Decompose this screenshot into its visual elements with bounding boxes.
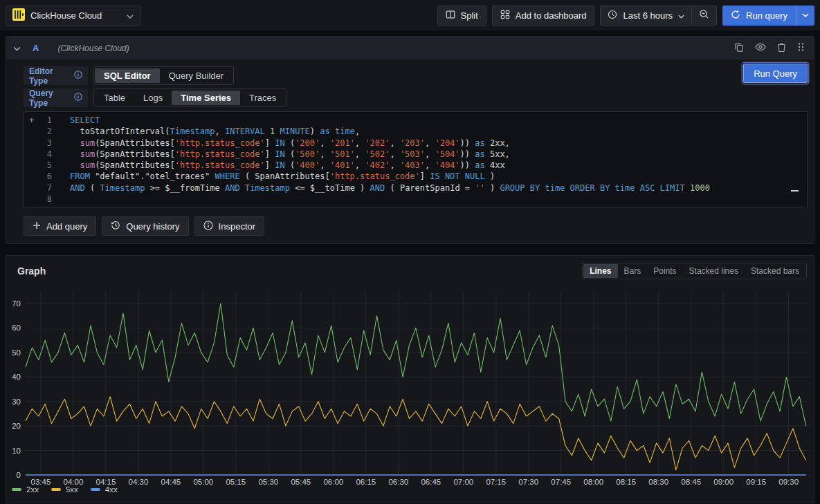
query-history-button[interactable]: Query history [102, 216, 188, 236]
query-row-header[interactable]: A (ClickHouse Cloud) [6, 37, 814, 59]
y-axis-tick-label: 30 [12, 398, 21, 406]
add-line-plus-icon[interactable]: + [24, 115, 37, 126]
query-type-toggle: TableLogsTime SeriesTraces [93, 88, 286, 107]
query-type-option-logs[interactable]: Logs [134, 91, 172, 105]
sql-editor[interactable]: +1SELECT 2 toStartOfInterval(Timestamp, … [24, 111, 808, 207]
x-axis-tick-label: 05:45 [291, 478, 311, 486]
query-type-label: Query Type [24, 88, 88, 107]
chevron-down-icon [127, 10, 134, 21]
y-axis-tick-label: 50 [12, 348, 21, 357]
inspector-button[interactable]: Inspector [194, 216, 264, 236]
graph-mode-bars[interactable]: Bars [618, 264, 648, 278]
clock-icon [608, 10, 617, 21]
info-circle-icon [203, 221, 213, 232]
time-series-chart[interactable]: 03:4504:0004:1504:3004:4505:0005:1505:30… [10, 280, 814, 489]
x-axis-tick-label: 04:45 [161, 478, 181, 486]
hide-response-eye-icon[interactable] [755, 43, 766, 53]
zoom-out-button[interactable] [692, 6, 716, 25]
graph-panel: Graph LinesBarsPointsStacked linesStacke… [6, 255, 814, 503]
x-axis-tick-label: 05:00 [193, 478, 213, 486]
datasource-name: ClickHouse Cloud [30, 10, 121, 21]
time-range-button[interactable]: Last 6 hours [601, 6, 691, 25]
x-axis-tick-label: 08:15 [616, 478, 636, 486]
x-axis-tick-label: 07:15 [486, 478, 506, 486]
query-datasource-hint: (ClickHouse Cloud) [57, 44, 129, 53]
line-number: 5 [37, 160, 52, 171]
x-axis-tick-label: 08:30 [648, 478, 668, 486]
x-axis-tick-label: 07:30 [518, 478, 538, 486]
info-circle-icon[interactable] [74, 93, 82, 103]
add-to-dashboard-button[interactable]: Add to dashboard [492, 6, 595, 26]
sql-line: 3 sum(SpanAttributes['http.status_code']… [24, 138, 807, 149]
legend-item-4xx[interactable]: 4xx [91, 485, 118, 494]
line-number: 3 [37, 138, 52, 149]
graph-mode-stacked-bars[interactable]: Stacked bars [745, 264, 805, 278]
y-axis-tick-label: 70 [12, 299, 21, 308]
query-type-option-table[interactable]: Table [95, 91, 134, 105]
graph-mode-lines[interactable]: Lines [583, 264, 617, 278]
editor-type-option-sql-editor[interactable]: SQL Editor [95, 68, 160, 83]
history-icon [111, 221, 120, 232]
collapse-chevron-icon[interactable] [13, 43, 21, 53]
magnifier-minus-icon [699, 9, 709, 21]
line-number: 1 [37, 115, 52, 126]
y-axis-tick-label: 10 [12, 447, 21, 455]
sql-line: 5 sum(SpanAttributes['http.status_code']… [24, 160, 807, 171]
info-circle-icon[interactable] [74, 71, 82, 81]
split-panes-icon [446, 10, 455, 21]
graph-mode-points[interactable]: Points [647, 264, 682, 278]
plus-icon [33, 221, 41, 232]
editor-type-toggle: SQL EditorQuery Builder [93, 66, 234, 85]
time-picker-group: Last 6 hours [600, 6, 717, 26]
x-axis-tick-label: 08:00 [583, 478, 603, 486]
sql-line: 2 toStartOfInterval(Timestamp, INTERVAL … [24, 126, 807, 137]
drag-handle-icon[interactable] [797, 42, 804, 54]
x-axis-tick-label: 09:15 [746, 478, 766, 486]
sync-icon [731, 10, 740, 21]
line-number: 7 [37, 183, 52, 194]
query-type-option-time-series[interactable]: Time Series [172, 91, 240, 105]
add-query-button[interactable]: Add query [24, 216, 96, 236]
legend-swatch [51, 488, 61, 491]
x-axis-tick-label: 06:30 [388, 478, 408, 486]
line-number: 2 [37, 126, 52, 137]
legend-swatch [12, 488, 21, 491]
legend-label: 2xx [26, 485, 39, 494]
legend-swatch [91, 488, 100, 491]
run-query-dropdown-caret[interactable] [796, 6, 814, 26]
legend-item-5xx[interactable]: 5xx [51, 485, 78, 494]
y-axis-tick-label: 20 [12, 422, 21, 430]
x-axis-tick-label: 05:15 [226, 478, 246, 486]
sql-line: 8 [24, 194, 807, 205]
query-editor-panel: A (ClickHouse Cloud) Editor Type [6, 36, 814, 244]
sql-line: +1SELECT [24, 115, 807, 126]
remove-query-trash-icon[interactable] [777, 42, 786, 54]
clickhouse-logo-icon [12, 8, 25, 23]
line-number: 8 [37, 194, 52, 205]
sql-line: 6FROM "default"."otel_traces" WHERE ( Sp… [24, 171, 807, 182]
copy-query-icon[interactable] [734, 42, 744, 54]
toolbar-actions: Split Add to dashboard Last 6 hours [437, 6, 814, 26]
query-type-option-traces[interactable]: Traces [240, 91, 285, 105]
legend-item-2xx[interactable]: 2xx [12, 485, 39, 494]
x-axis-tick-label: 07:45 [551, 478, 571, 486]
x-axis-tick-label: 06:00 [323, 478, 343, 486]
graph-panel-title: Graph [17, 265, 46, 277]
x-axis-tick-label: 06:15 [356, 478, 376, 486]
query-ref-id: A [33, 43, 39, 53]
editor-type-option-query-builder[interactable]: Query Builder [160, 68, 233, 83]
y-axis-tick-label: 40 [12, 373, 21, 381]
cursor-indicator [791, 190, 799, 192]
run-query-button[interactable]: Run query [722, 6, 796, 26]
datasource-picker[interactable]: ClickHouse Cloud [6, 6, 140, 26]
apps-grid-icon [500, 10, 510, 21]
x-axis-tick-label: 05:30 [258, 478, 278, 486]
y-axis-tick-label: 0 [17, 471, 21, 479]
editor-type-label: Editor Type [24, 66, 88, 85]
split-button[interactable]: Split [437, 6, 486, 26]
run-query-inline-button[interactable]: Run Query [743, 64, 808, 83]
graph-mode-stacked-lines[interactable]: Stacked lines [683, 264, 745, 278]
x-axis-tick-label: 09:00 [713, 478, 734, 486]
legend-label: 5xx [66, 485, 78, 494]
legend-label: 4xx [105, 485, 118, 494]
